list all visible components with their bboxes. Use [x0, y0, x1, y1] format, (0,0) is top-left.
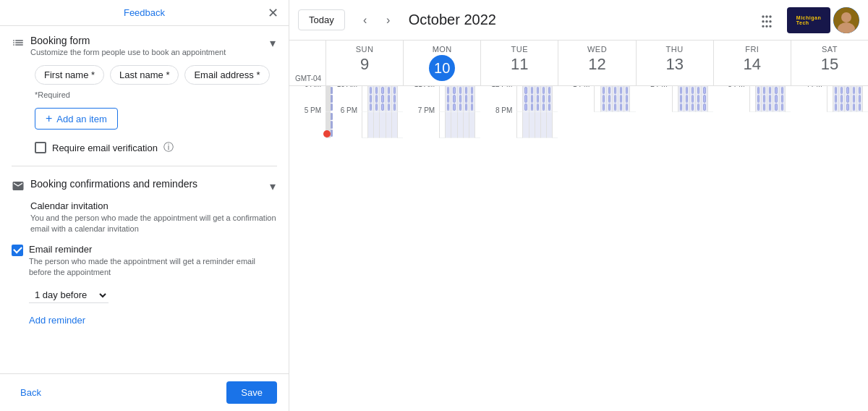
col-cell[interactable]: [546, 86, 552, 112]
col-cell[interactable]: [463, 112, 469, 138]
col-cell[interactable]: [451, 112, 456, 138]
available-slot[interactable]: [471, 103, 473, 111]
available-slot[interactable]: [697, 95, 699, 102]
available-slot[interactable]: [524, 87, 527, 94]
available-slot[interactable]: [370, 103, 372, 111]
col-cell[interactable]: [469, 112, 475, 138]
available-slot[interactable]: [620, 103, 622, 111]
col-cell[interactable]: [457, 86, 463, 112]
apps-icon[interactable]: [755, 9, 778, 32]
col-cell[interactable]: [761, 86, 767, 112]
available-slot[interactable]: [465, 95, 467, 102]
confirmations-collapse[interactable]: ▾: [268, 178, 277, 195]
col-cell[interactable]: [844, 86, 850, 112]
available-slot[interactable]: [846, 103, 848, 111]
available-slot[interactable]: [447, 103, 449, 111]
close-button[interactable]: ✕: [264, 4, 281, 22]
available-slot[interactable]: [763, 87, 765, 94]
available-slot[interactable]: [835, 103, 837, 111]
available-slot[interactable]: [537, 103, 539, 111]
available-slot[interactable]: [548, 87, 550, 94]
available-slot[interactable]: [471, 95, 473, 102]
col-cell[interactable]: [606, 86, 612, 112]
col-cell[interactable]: [856, 86, 862, 112]
col-cell[interactable]: [689, 86, 695, 112]
available-slot[interactable]: [370, 87, 372, 94]
available-slot[interactable]: [548, 103, 550, 111]
available-slot[interactable]: [614, 87, 616, 94]
col-cell[interactable]: [379, 112, 385, 138]
available-slot[interactable]: [524, 103, 527, 111]
available-slot[interactable]: [459, 95, 461, 102]
available-slot[interactable]: [686, 87, 688, 94]
available-slot[interactable]: [447, 87, 449, 94]
add-item-button[interactable]: + Add an item: [35, 108, 118, 130]
michigan-logo[interactable]: MichiganTech: [787, 7, 830, 33]
available-slot[interactable]: [703, 95, 705, 102]
available-slot[interactable]: [769, 103, 771, 111]
available-slot[interactable]: [603, 87, 605, 94]
available-slot[interactable]: [524, 95, 527, 102]
available-slot[interactable]: [381, 103, 383, 111]
col-cell[interactable]: [457, 112, 463, 138]
col-cell[interactable]: [529, 86, 535, 112]
available-slot[interactable]: [465, 87, 467, 94]
available-slot[interactable]: [375, 87, 378, 94]
collapse-button[interactable]: ▾: [268, 35, 277, 51]
col-cell[interactable]: [463, 86, 469, 112]
col-cell[interactable]: [540, 112, 546, 138]
col-cell[interactable]: [546, 112, 552, 138]
col-cell[interactable]: [535, 86, 540, 112]
available-slot[interactable]: [835, 87, 837, 94]
available-slot[interactable]: [680, 103, 682, 111]
available-slot[interactable]: [375, 95, 378, 102]
col-cell[interactable]: [600, 86, 606, 112]
feedback-button[interactable]: Feedback: [124, 7, 165, 18]
available-slot[interactable]: [841, 103, 843, 111]
col-cell[interactable]: [522, 86, 528, 112]
today-button[interactable]: Today: [298, 9, 345, 30]
save-button[interactable]: Save: [226, 381, 277, 404]
available-slot[interactable]: [686, 103, 688, 111]
available-slot[interactable]: [703, 103, 705, 111]
col-cell[interactable]: [469, 86, 475, 112]
col-cell[interactable]: [373, 112, 379, 138]
available-slot[interactable]: [537, 87, 539, 94]
col-cell[interactable]: [618, 86, 624, 112]
available-slot[interactable]: [548, 95, 550, 102]
col-cell[interactable]: [451, 86, 456, 112]
available-slot[interactable]: [692, 95, 694, 102]
col-cell[interactable]: [540, 86, 546, 112]
col-cell[interactable]: [379, 86, 385, 112]
day-before-select[interactable]: 1 day before 2 days before 1 week before: [29, 287, 109, 303]
available-slot[interactable]: [769, 87, 771, 94]
available-slot[interactable]: [757, 95, 760, 102]
available-slot[interactable]: [680, 95, 682, 102]
available-slot[interactable]: [697, 87, 699, 94]
col-cell[interactable]: [391, 112, 397, 138]
last-name-chip[interactable]: Last name *: [110, 65, 179, 85]
available-slot[interactable]: [686, 95, 688, 102]
available-slot[interactable]: [465, 103, 467, 111]
available-slot[interactable]: [393, 95, 396, 102]
available-slot[interactable]: [763, 95, 765, 102]
first-name-chip[interactable]: First name *: [35, 65, 104, 85]
col-cell[interactable]: [701, 86, 707, 112]
available-slot[interactable]: [692, 103, 694, 111]
available-slot[interactable]: [697, 103, 699, 111]
col-cell[interactable]: [678, 86, 684, 112]
available-slot[interactable]: [859, 95, 861, 102]
available-slot[interactable]: [680, 87, 682, 94]
info-icon[interactable]: ⓘ: [163, 141, 174, 154]
available-slot[interactable]: [614, 95, 616, 102]
available-slot[interactable]: [453, 103, 455, 111]
available-slot[interactable]: [775, 103, 777, 111]
col-cell[interactable]: [522, 112, 528, 138]
available-slot[interactable]: [459, 103, 461, 111]
reminder-checkbox[interactable]: [12, 245, 23, 256]
col-cell[interactable]: [684, 86, 689, 112]
col-cell[interactable]: [838, 86, 844, 112]
available-slot[interactable]: [781, 103, 783, 111]
col-cell[interactable]: [851, 86, 856, 112]
available-slot[interactable]: [603, 95, 605, 102]
